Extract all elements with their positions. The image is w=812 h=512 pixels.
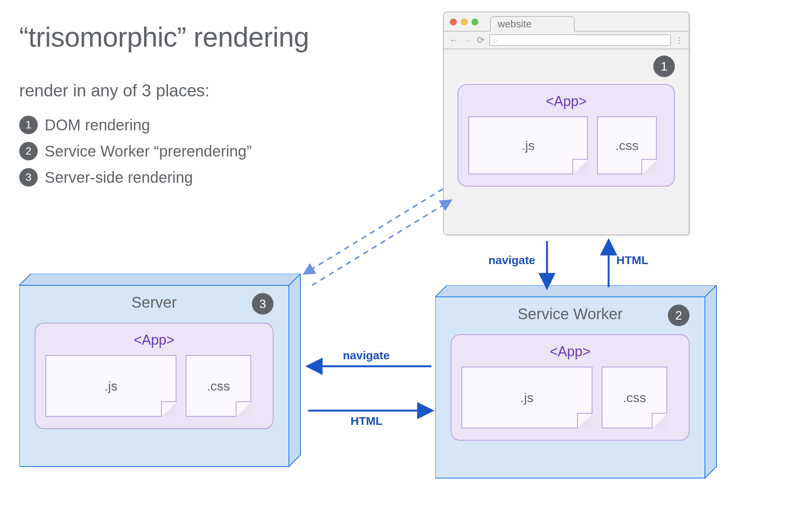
list-badge-1: 1 [19, 116, 38, 134]
close-icon [450, 19, 457, 25]
server-panel: Server 3 <App> .js .css [19, 274, 300, 467]
file-css-label: .css [623, 390, 646, 405]
browser-window: website ← → ⟳ ⌕ ⋯ 1 <App> .js .css [443, 12, 690, 235]
file-js-label: .js [104, 379, 117, 394]
app-box-server: <App> .js .css [35, 323, 273, 429]
file-css-label: .css [615, 138, 638, 153]
minimize-icon [461, 19, 468, 25]
arrow-browser-to-server-dashed [304, 189, 443, 274]
list-label: DOM rendering [45, 116, 150, 134]
label-html-horizontal: HTML [351, 414, 383, 428]
server-badge: 3 [252, 293, 273, 315]
browser-tab: website [490, 16, 575, 32]
app-files: .js .css [461, 367, 679, 428]
file-css: .css [597, 116, 657, 174]
service-worker-panel: Service Worker 2 <App> .js .css [435, 285, 716, 478]
maximize-icon [471, 19, 478, 25]
list-label: Server-side rendering [45, 169, 193, 186]
browser-tabbar: website [444, 12, 689, 32]
dog-ear-icon [652, 413, 667, 428]
list-badge-2: 2 [19, 142, 38, 160]
app-box-sw: <App> .js .css [451, 334, 690, 441]
dog-ear-icon [161, 401, 176, 417]
file-js-label: .js [520, 390, 534, 405]
list-item: 2 Service Worker “prerendering” [19, 142, 252, 160]
file-js: .js [468, 116, 588, 174]
diagram-title: “trisomorphic” rendering [19, 21, 309, 53]
browser-badge: 1 [653, 56, 675, 77]
search-icon: ⌕ [493, 36, 498, 45]
dog-ear-icon [641, 159, 657, 174]
arrow-server-to-browser-dashed [312, 200, 451, 285]
browser-toolbar: ← → ⟳ ⌕ ⋯ [444, 32, 689, 49]
browser-tab-label: website [498, 18, 532, 30]
dog-ear-icon [572, 159, 588, 174]
sw-title: Service Worker [435, 305, 705, 323]
back-icon: ← [449, 35, 458, 45]
server-title: Server [19, 294, 289, 311]
list-item: 1 DOM rendering [19, 116, 252, 134]
address-bar: ⌕ [489, 34, 671, 46]
list-badge-3: 3 [19, 168, 38, 187]
label-navigate-horizontal: navigate [343, 349, 390, 362]
file-css: .css [186, 355, 251, 417]
browser-viewport: 1 <App> .js .css [444, 49, 689, 234]
file-js-label: .js [522, 138, 535, 153]
label-navigate-vertical: navigate [488, 254, 535, 267]
file-js: .js [45, 355, 176, 417]
label-html-vertical: HTML [616, 254, 648, 267]
list-item: 3 Server-side rendering [19, 168, 252, 187]
app-files: .js .css [45, 355, 263, 417]
list-label: Service Worker “prerendering” [45, 143, 252, 160]
dog-ear-icon [577, 413, 592, 428]
file-css-label: .css [207, 379, 230, 394]
app-box-browser: <App> .js .css [458, 84, 675, 187]
dog-ear-icon [236, 401, 251, 417]
app-files: .js .css [468, 116, 664, 174]
file-js: .js [461, 367, 592, 428]
app-label: <App> [461, 344, 679, 360]
reload-icon: ⟳ [477, 35, 485, 45]
forward-icon: → [463, 35, 472, 45]
traffic-lights [450, 19, 478, 25]
app-label: <App> [468, 93, 664, 109]
app-label: <App> [45, 332, 263, 348]
file-css: .css [602, 367, 667, 428]
diagram-subtitle: render in any of 3 places: [19, 81, 210, 100]
menu-icon: ⋯ [674, 36, 684, 44]
render-places-list: 1 DOM rendering 2 Service Worker “preren… [19, 116, 252, 194]
sw-badge: 2 [668, 305, 690, 326]
